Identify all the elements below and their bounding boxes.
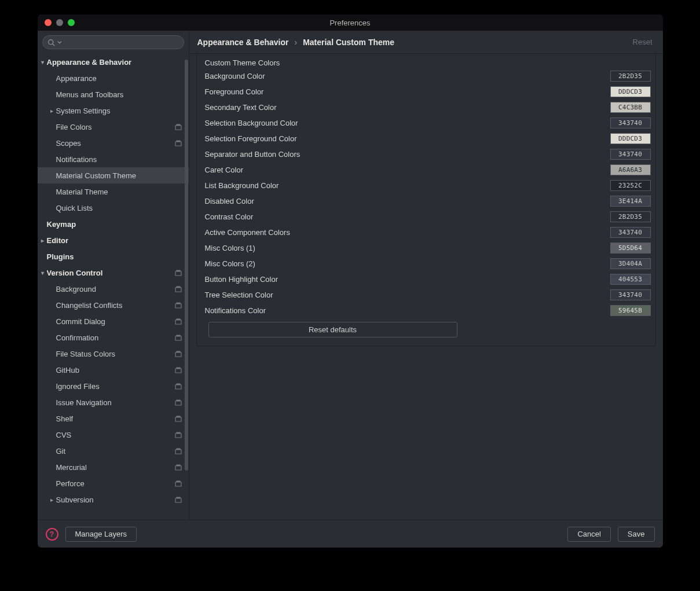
sidebar-item[interactable]: GitHub <box>38 362 189 378</box>
manage-layers-button[interactable]: Manage Layers <box>65 527 137 542</box>
setting-label: Notifications Color <box>205 306 266 315</box>
save-button[interactable]: Save <box>618 527 655 542</box>
search-icon <box>47 39 55 46</box>
sidebar-item[interactable]: CVS <box>38 427 189 443</box>
search-field[interactable] <box>64 38 179 46</box>
color-setting-row: Misc Colors (1)5D5D64 <box>205 240 651 256</box>
project-icon <box>174 495 183 504</box>
sidebar-item-label: Material Theme <box>56 188 108 196</box>
breadcrumb-leaf: Material Custom Theme <box>303 38 394 47</box>
color-swatch[interactable]: 3E414A <box>610 196 651 207</box>
sidebar-item-label: File Colors <box>56 123 92 131</box>
sidebar-item-label: Plugins <box>47 252 74 261</box>
sidebar-item[interactable]: File Colors <box>38 119 189 135</box>
sidebar-item[interactable]: Quick Lists <box>38 200 189 216</box>
sidebar-item[interactable]: Appearance <box>38 70 189 86</box>
chevron-right-icon[interactable]: ▸ <box>39 237 47 244</box>
sidebar-item[interactable]: Menus and Toolbars <box>38 86 189 102</box>
color-setting-row: Secondary Text ColorC4C3BB <box>205 100 651 115</box>
sidebar-item-label: CVS <box>56 431 72 439</box>
window-title: Preferences <box>38 19 663 27</box>
sidebar-item[interactable]: Git <box>38 443 189 459</box>
color-swatch[interactable]: DDDCD3 <box>610 133 651 144</box>
color-swatch[interactable]: C4C3BB <box>610 102 651 113</box>
setting-label: Disabled Color <box>205 197 254 205</box>
search-dropdown-icon[interactable] <box>57 40 62 45</box>
color-swatch[interactable]: 2B2D35 <box>610 71 651 82</box>
sidebar-item[interactable]: Material Theme <box>38 183 189 200</box>
project-icon <box>174 284 183 293</box>
project-icon <box>174 365 183 375</box>
color-setting-row: Separator and Button Colors343740 <box>205 146 651 162</box>
sidebar-item[interactable]: Perforce <box>38 475 189 491</box>
sidebar-item[interactable]: Plugins <box>38 248 189 265</box>
sidebar-item[interactable]: ▾Version Control <box>38 265 189 281</box>
color-swatch[interactable]: 3D404A <box>610 258 651 269</box>
color-setting-row: Active Component Colors343740 <box>205 225 651 240</box>
sidebar-item-label: Material Custom Theme <box>56 171 136 180</box>
project-icon <box>174 122 183 131</box>
chevron-down-icon[interactable]: ▾ <box>39 59 47 65</box>
sidebar-item[interactable]: Changelist Conflicts <box>38 297 189 313</box>
color-swatch[interactable]: DDDCD3 <box>610 86 651 97</box>
sidebar-item[interactable]: Keymap <box>38 216 189 232</box>
color-swatch[interactable]: 404553 <box>610 274 651 285</box>
minimize-icon[interactable] <box>56 19 63 26</box>
close-icon[interactable] <box>45 19 52 26</box>
window-controls <box>38 19 75 26</box>
color-swatch[interactable]: 23252C <box>610 180 651 191</box>
sidebar-item[interactable]: Material Custom Theme <box>38 167 189 183</box>
sidebar-item[interactable]: File Status Colors <box>38 346 189 362</box>
setting-label: Selection Background Color <box>205 119 298 127</box>
color-swatch[interactable]: 5D5D64 <box>610 243 651 254</box>
sidebar-item-label: Keymap <box>47 220 76 229</box>
color-swatch[interactable]: 59645B <box>610 305 651 316</box>
sidebar-item-label: Confirmation <box>56 333 99 342</box>
sidebar-item-label: Scopes <box>56 139 81 148</box>
help-icon[interactable]: ? <box>46 528 58 541</box>
zoom-icon[interactable] <box>68 19 75 26</box>
sidebar-item[interactable]: ▸Subversion <box>38 491 189 508</box>
color-swatch[interactable]: 343740 <box>610 227 651 238</box>
setting-label: Selection Foreground Color <box>205 134 297 143</box>
main-panel: Appearance & Behavior › Material Custom … <box>189 31 663 520</box>
sidebar-item[interactable]: Notifications <box>38 151 189 167</box>
sidebar-item[interactable]: Mercurial <box>38 459 189 475</box>
sidebar-item[interactable]: Commit Dialog <box>38 313 189 329</box>
sidebar-item[interactable]: Issue Navigation <box>38 394 189 410</box>
reset-link[interactable]: Reset <box>633 38 653 46</box>
sidebar: ▾Appearance & BehaviorAppearanceMenus an… <box>38 31 189 520</box>
sidebar-item[interactable]: Ignored Files <box>38 378 189 394</box>
sidebar-item[interactable]: Background <box>38 281 189 297</box>
color-setting-row: Selection Foreground ColorDDDCD3 <box>205 131 651 146</box>
chevron-down-icon[interactable]: ▾ <box>39 270 47 276</box>
breadcrumb-root[interactable]: Appearance & Behavior <box>197 38 289 47</box>
sidebar-item[interactable]: Shelf <box>38 410 189 427</box>
color-setting-row: Disabled Color3E414A <box>205 193 651 209</box>
sidebar-item[interactable]: ▾Appearance & Behavior <box>38 54 189 70</box>
search-input[interactable] <box>42 35 184 49</box>
color-swatch[interactable]: 343740 <box>610 289 651 300</box>
color-swatch[interactable]: 343740 <box>610 149 651 160</box>
sidebar-item[interactable]: Scopes <box>38 135 189 151</box>
sidebar-item-label: Notifications <box>56 155 97 164</box>
sidebar-item[interactable]: ▸Editor <box>38 232 189 248</box>
chevron-right-icon[interactable]: ▸ <box>48 108 56 114</box>
setting-label: Background Color <box>205 72 265 80</box>
preferences-window: Preferences ▾Appearance & BehaviorAppear… <box>38 14 663 548</box>
color-swatch[interactable]: 2B2D35 <box>610 211 651 222</box>
scrollbar[interactable] <box>185 60 188 471</box>
project-icon <box>174 317 183 326</box>
sidebar-item-label: Changelist Conflicts <box>56 301 123 310</box>
color-swatch[interactable]: A6A6A3 <box>610 164 651 175</box>
sidebar-item[interactable]: Confirmation <box>38 329 189 346</box>
color-swatch[interactable]: 343740 <box>610 118 651 129</box>
sidebar-item-label: Menus and Toolbars <box>56 90 124 99</box>
sidebar-item[interactable]: ▸System Settings <box>38 102 189 119</box>
reset-defaults-button[interactable]: Reset defaults <box>208 322 457 337</box>
cancel-button[interactable]: Cancel <box>567 527 610 542</box>
color-setting-row: Caret ColorA6A6A3 <box>205 162 651 178</box>
breadcrumb: Appearance & Behavior › Material Custom … <box>189 31 663 54</box>
svg-point-0 <box>48 39 53 44</box>
chevron-right-icon[interactable]: ▸ <box>48 497 56 503</box>
